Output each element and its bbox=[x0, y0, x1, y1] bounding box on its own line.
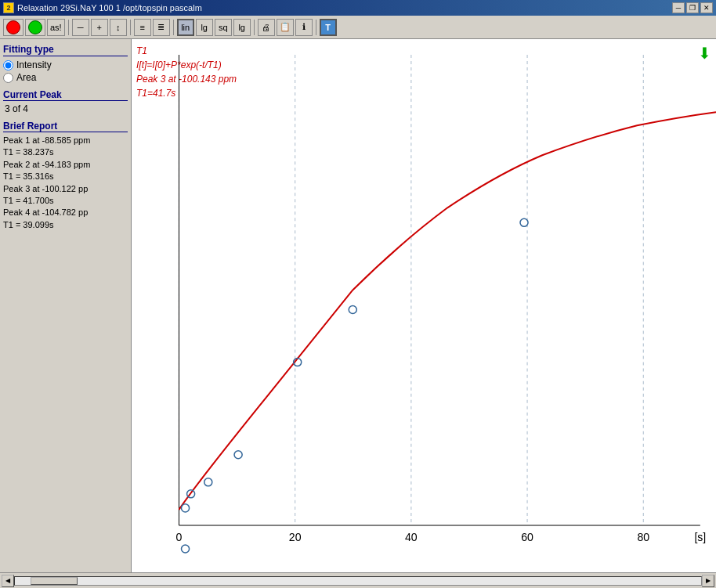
separator-1 bbox=[68, 20, 69, 35]
sq-button[interactable]: sq bbox=[215, 19, 232, 36]
report-line: T1 = 35.316s bbox=[3, 171, 128, 182]
close-button[interactable]: ✕ bbox=[700, 2, 713, 13]
report-line: Peak 1 at -88.585 ppm bbox=[3, 135, 128, 146]
lg2-button[interactable]: lg bbox=[233, 19, 251, 36]
svg-text:80: 80 bbox=[637, 531, 649, 543]
list2-button[interactable]: ≣ bbox=[153, 19, 170, 36]
lg-button[interactable]: lg bbox=[196, 19, 213, 36]
svg-text:60: 60 bbox=[521, 531, 533, 543]
area-radio-label[interactable]: Area bbox=[3, 72, 128, 83]
main-area: Fitting type Intensity Area Current Peak… bbox=[0, 39, 716, 572]
svg-point-19 bbox=[349, 306, 356, 314]
svg-point-20 bbox=[520, 218, 528, 226]
svg-text:20: 20 bbox=[289, 531, 302, 543]
svg-text:0: 0 bbox=[176, 531, 183, 543]
separator-5 bbox=[316, 20, 316, 35]
red-indicator bbox=[6, 20, 20, 34]
scrollbar-area: ◀ ▶ bbox=[0, 572, 716, 588]
svg-text:[s]: [s] bbox=[694, 531, 706, 543]
dash-button[interactable]: ─ bbox=[72, 19, 89, 36]
print-button[interactable]: 🖨 bbox=[258, 19, 275, 36]
area-radio[interactable] bbox=[3, 73, 13, 83]
brief-report-title: Brief Report bbox=[3, 121, 128, 132]
separator-4 bbox=[254, 20, 255, 35]
intensity-radio[interactable] bbox=[3, 60, 13, 70]
intensity-radio-label[interactable]: Intensity bbox=[3, 60, 128, 70]
current-peak-section: Current Peak 3 of 4 bbox=[3, 89, 128, 114]
scrollbar-thumb[interactable] bbox=[31, 577, 78, 585]
area-label: Area bbox=[16, 72, 36, 83]
scroll-left-button[interactable]: ◀ bbox=[2, 575, 14, 587]
plus-button[interactable]: + bbox=[91, 19, 108, 36]
report-line: T1 = 38.237s bbox=[3, 146, 128, 158]
svg-point-17 bbox=[182, 545, 190, 553]
lin-button[interactable]: lin bbox=[177, 19, 194, 36]
sidebar: Fitting type Intensity Area Current Peak… bbox=[0, 39, 132, 572]
svg-point-15 bbox=[204, 478, 212, 486]
as-button[interactable]: as! bbox=[47, 19, 65, 36]
window-title: Relaxation 29Si.NaY 100 1 /opt/topspin p… bbox=[17, 3, 672, 13]
report-line: Peak 3 at -100.122 pp bbox=[3, 183, 128, 195]
red-circle-btn[interactable] bbox=[3, 19, 24, 36]
updown-button[interactable]: ↕ bbox=[110, 19, 127, 36]
report-line: Peak 2 at -94.183 ppm bbox=[3, 159, 128, 171]
chart-area[interactable]: T1 I[t]=I[0]+P*exp(-t/T1) Peak 3 at -100… bbox=[132, 39, 716, 572]
report-lines: Peak 1 at -88.585 ppmT1 = 38.237sPeak 2 … bbox=[3, 135, 128, 231]
report-line: T1 = 39.099s bbox=[3, 219, 128, 231]
minimize-button[interactable]: ─ bbox=[672, 2, 685, 13]
svg-text:40: 40 bbox=[405, 531, 418, 543]
restore-button[interactable]: ❐ bbox=[686, 2, 699, 13]
report-line: T1 = 41.700s bbox=[3, 195, 128, 207]
separator-2 bbox=[130, 20, 131, 35]
copy-button[interactable]: 📋 bbox=[277, 19, 294, 36]
svg-point-13 bbox=[182, 504, 190, 512]
toolbar: as! ─ + ↕ ≡ ≣ lin lg sq lg 🖨 📋 ℹ T bbox=[0, 16, 716, 39]
current-peak-title: Current Peak bbox=[3, 89, 128, 101]
report-line: Peak 4 at -104.782 pp bbox=[3, 207, 128, 218]
title-bar: 2 Relaxation 29Si.NaY 100 1 /opt/topspin… bbox=[0, 0, 716, 16]
window-controls: ─ ❐ ✕ bbox=[672, 2, 713, 13]
separator-3 bbox=[173, 20, 174, 35]
app-icon: 2 bbox=[3, 2, 14, 13]
scroll-right-button[interactable]: ▶ bbox=[702, 575, 714, 587]
intensity-label: Intensity bbox=[16, 60, 52, 70]
fitting-type-group: Intensity Area bbox=[3, 60, 128, 83]
chart-svg: 0 20 40 60 80 [s] bbox=[132, 39, 716, 572]
current-peak-value: 3 of 4 bbox=[3, 103, 128, 114]
list-button[interactable]: ≡ bbox=[134, 19, 151, 36]
t-button[interactable]: T bbox=[320, 19, 337, 36]
green-circle-btn[interactable] bbox=[25, 19, 45, 36]
info-button[interactable]: ℹ bbox=[295, 19, 313, 36]
scrollbar-track[interactable] bbox=[14, 576, 702, 586]
fitting-type-title: Fitting type bbox=[3, 44, 128, 56]
brief-report-section: Brief Report Peak 1 at -88.585 ppmT1 = 3… bbox=[3, 121, 128, 231]
green-indicator bbox=[28, 20, 42, 34]
svg-point-16 bbox=[234, 451, 242, 459]
